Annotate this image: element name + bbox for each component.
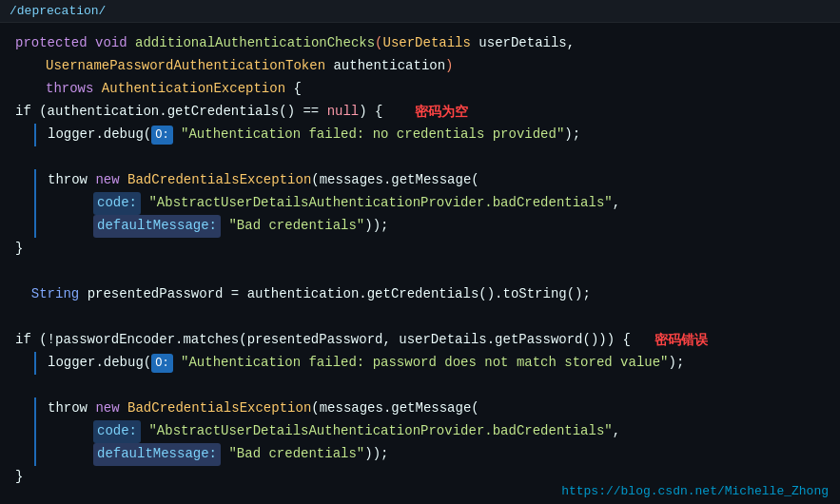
code-line-4: if (authentication.getCredentials() == n… — [0, 101, 840, 124]
code-line-14: if (!passwordEncoder.matches(presentedPa… — [0, 329, 840, 352]
code-line-18: code: "AbstractUserDetailsAuthentication… — [0, 420, 840, 443]
log-o-icon: O: — [151, 126, 172, 145]
annotation-wrong: 密码错误 — [654, 329, 708, 352]
code-line-17: throw new BadCredentialsException (messa… — [0, 397, 840, 420]
breadcrumb: /deprecation/ — [10, 4, 106, 18]
code-line-5: logger.debug( O: "Authentication failed:… — [0, 124, 840, 146]
code-line-8: code: "AbstractUserDetailsAuthentication… — [0, 192, 840, 215]
code-line-19: defaultMessage: "Bad credentials" )); — [0, 443, 840, 466]
code-line-close1: } — [0, 238, 840, 261]
code-container: protected void additionalAuthenticationC… — [0, 23, 840, 498]
code-line-2: UsernamePasswordAuthenticationToken auth… — [0, 55, 840, 78]
code-line-9: defaultMessage: "Bad credentials" )); — [0, 215, 840, 238]
code-line-7: throw new BadCredentialsException (messa… — [0, 169, 840, 192]
code-line-3: throws AuthenticationException { — [0, 78, 840, 101]
log-o-icon-2: O: — [151, 354, 172, 373]
annotation-null: 密码为空 — [415, 101, 468, 124]
footer-url: https://blog.csdn.net/Michelle_Zhong — [561, 484, 829, 498]
code-line-1: protected void additionalAuthenticationC… — [0, 32, 840, 55]
code-line-15: logger.debug( O: "Authentication failed:… — [0, 352, 840, 375]
breadcrumb-bar: /deprecation/ — [0, 0, 840, 23]
code-line-12: String presentedPassword = authenticatio… — [0, 283, 840, 306]
